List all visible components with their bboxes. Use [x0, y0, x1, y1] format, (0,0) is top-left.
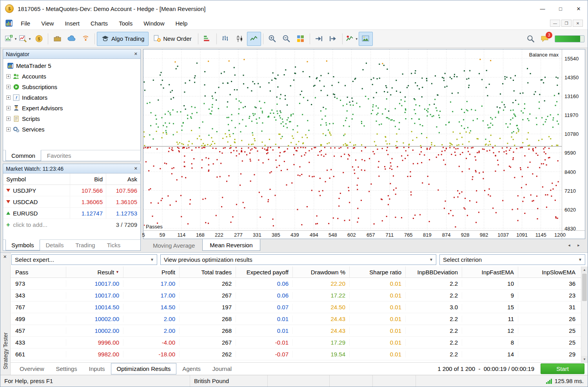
tester-tab-optimization-results[interactable]: Optimization Results: [111, 363, 177, 374]
market-watch-tab-ticks[interactable]: Ticks: [101, 240, 126, 250]
market-watch-row-eurusd[interactable]: EURUSD1.127471.12753: [3, 208, 140, 219]
optimization-view-select[interactable]: View previous optimization results▼: [160, 254, 436, 265]
new-order-button[interactable]: New Order: [149, 32, 196, 46]
menu-file[interactable]: File: [15, 18, 36, 29]
sidebar-item-accounts[interactable]: +Accounts: [3, 71, 140, 82]
menu-view[interactable]: View: [36, 18, 59, 29]
result-row[interactable]: 76710014.5014.501970.0724.500.013.01531: [11, 301, 588, 313]
menu-charts[interactable]: Charts: [85, 18, 113, 29]
auto-scroll-button[interactable]: [312, 32, 326, 46]
result-row[interactable]: 45710002.002.002680.0124.430.012.21225: [11, 325, 588, 337]
market-watch-row-usdcad[interactable]: USDCAD1.360651.36105: [3, 196, 140, 208]
minimize-button[interactable]: —: [534, 0, 552, 17]
connection-quality-indicator[interactable]: [555, 35, 584, 42]
bar-chart-button[interactable]: [219, 32, 233, 46]
column-header-inpfastema[interactable]: InpFastEMA: [462, 267, 518, 277]
scroll-up-icon[interactable]: ▲: [581, 267, 588, 273]
menu-insert[interactable]: Insert: [59, 18, 85, 29]
optimization-scatter-plot[interactable]: Balance max Passes: [143, 49, 562, 230]
mdi-close-button[interactable]: ✕: [573, 20, 583, 27]
column-header-ask[interactable]: Ask: [106, 173, 140, 184]
zoom-out-button[interactable]: [279, 32, 294, 46]
tile-windows-button[interactable]: [294, 32, 308, 46]
result-row[interactable]: 49910002.002.002680.0124.430.012.21126: [11, 313, 588, 325]
expand-icon[interactable]: +: [6, 74, 11, 78]
depth-of-market-button[interactable]: [200, 32, 214, 46]
toolbox-button[interactable]: [50, 32, 64, 46]
column-header-symbol[interactable]: Symbol: [3, 176, 70, 183]
tester-tab-overview[interactable]: Overview: [14, 363, 50, 374]
column-header-profit[interactable]: Profit: [123, 267, 180, 277]
menu-tools[interactable]: Tools: [113, 18, 138, 29]
new-chart-button[interactable]: ▾: [4, 32, 18, 46]
candlestick-chart-button[interactable]: [233, 32, 247, 46]
result-row[interactable]: 4339996.00-4.00267-0.0117.290.012.2825: [11, 337, 588, 349]
market-watch-row-usdjpy[interactable]: USDJPY107.566107.596: [3, 185, 140, 196]
tab-scroll-left-button[interactable]: ◄: [565, 241, 573, 249]
column-header-bid[interactable]: Bid: [70, 173, 106, 184]
expand-icon[interactable]: +: [6, 85, 11, 89]
scroll-down-icon[interactable]: ▼: [581, 356, 588, 362]
market-watch-tab-details[interactable]: Details: [40, 240, 70, 250]
chart-tab-mean-reversion[interactable]: Mean Reversion: [202, 239, 260, 251]
expand-icon[interactable]: +: [6, 106, 11, 110]
scrollbar-thumb[interactable]: [582, 274, 587, 301]
tester-tab-settings[interactable]: Settings: [50, 363, 83, 374]
add-symbol-row[interactable]: + click to add... 3 / 7209: [3, 219, 140, 230]
result-row[interactable]: 34310017.0017.002670.0617.220.012.2923: [11, 290, 588, 301]
column-header-expected-payoff[interactable]: Expected payoff: [236, 267, 293, 277]
sidebar-item-services[interactable]: +Services: [3, 124, 140, 135]
close-button[interactable]: ✕: [570, 0, 588, 17]
tester-tab-agents[interactable]: Agents: [176, 363, 207, 374]
menu-help[interactable]: Help: [170, 18, 193, 29]
zoom-in-button[interactable]: [265, 32, 279, 46]
maximize-button[interactable]: □: [552, 0, 570, 17]
market-watch-close-icon[interactable]: ✕: [134, 166, 138, 171]
sidebar-item-subscriptions[interactable]: +Subscriptions: [3, 82, 140, 92]
table-scrollbar[interactable]: ▲ ▼: [581, 267, 588, 362]
chart-profiles-button[interactable]: ▾: [18, 32, 32, 46]
column-header-inpslowema[interactable]: InpSlowEMA: [518, 267, 588, 277]
start-button[interactable]: Start: [541, 363, 584, 374]
market-button[interactable]: $: [32, 32, 46, 46]
expand-icon[interactable]: +: [6, 127, 11, 131]
sidebar-item-expert-advisors[interactable]: +Expert Advisors: [3, 103, 140, 113]
market-watch-tab-trading[interactable]: Trading: [69, 240, 101, 250]
result-row[interactable]: 6619982.00-18.00262-0.0719.540.012.21429: [11, 349, 588, 360]
column-header-drawdown[interactable]: Drawdown %: [293, 267, 350, 277]
expert-select[interactable]: Select expert...▼: [11, 254, 157, 265]
menu-window[interactable]: Window: [138, 18, 170, 29]
expand-icon[interactable]: +: [6, 117, 11, 121]
sidebar-item-scripts[interactable]: +Scripts: [3, 113, 140, 124]
navigator-tab-favorites[interactable]: Favorites: [41, 150, 77, 161]
community-button[interactable]: [64, 32, 78, 46]
chart-tab-moving-average[interactable]: Moving Average: [145, 240, 202, 251]
navigator-close-icon[interactable]: ✕: [134, 51, 138, 57]
tester-tab-inputs[interactable]: Inputs: [83, 363, 111, 374]
navigator-tab-common[interactable]: Common: [5, 150, 41, 161]
chart-shift-button[interactable]: [326, 32, 340, 46]
mdi-restore-button[interactable]: ❐: [561, 20, 572, 27]
result-row[interactable]: 97310017.0017.002620.0622.200.012.21036: [11, 278, 588, 290]
algo-trading-button[interactable]: Algo Trading: [97, 32, 149, 46]
column-header-pass[interactable]: Pass: [11, 267, 66, 277]
notifications-button[interactable]: 3: [537, 32, 552, 46]
criterion-select[interactable]: Select criterion▼: [439, 254, 585, 265]
column-header-sharpe-ratio[interactable]: Sharpe ratio: [350, 267, 406, 277]
column-header-total-trades[interactable]: Total trades: [180, 267, 236, 277]
search-button[interactable]: [523, 32, 537, 46]
expand-icon[interactable]: +: [6, 95, 11, 100]
strategy-tester-close-icon[interactable]: ✕: [3, 254, 7, 259]
tester-tab-journal[interactable]: Journal: [207, 363, 238, 374]
indicators-button[interactable]: ▾: [345, 32, 359, 46]
column-header-result[interactable]: Result▼: [66, 267, 123, 277]
market-watch-tab-symbols[interactable]: Symbols: [5, 239, 40, 250]
sidebar-item-metatrader-5[interactable]: MetaTrader 5: [3, 60, 140, 71]
column-header-inpbbdeviation[interactable]: InpBBDeviation: [406, 267, 462, 277]
sidebar-item-indicators[interactable]: +fIndicators: [3, 92, 140, 103]
tab-scroll-right-button[interactable]: ►: [574, 241, 583, 249]
signals-button[interactable]: [78, 32, 93, 46]
mdi-minimize-button[interactable]: —: [550, 20, 560, 27]
fullscreen-button[interactable]: [359, 32, 373, 46]
line-chart-button[interactable]: [247, 32, 261, 46]
